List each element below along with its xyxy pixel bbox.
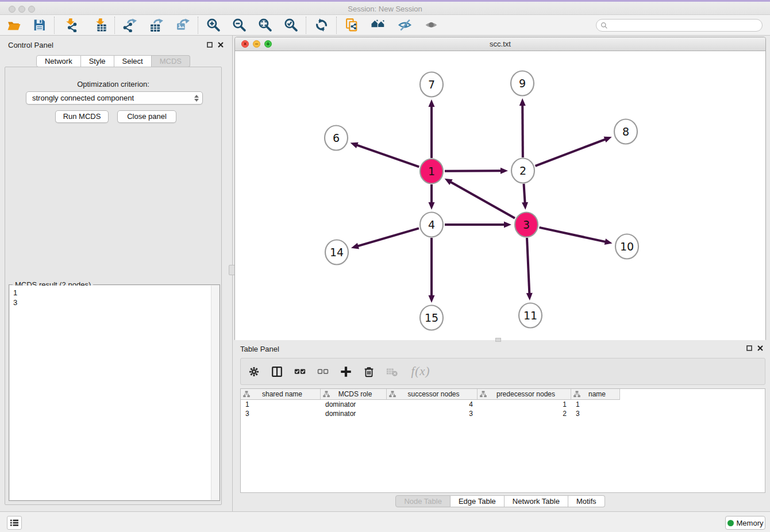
graph-node-3[interactable]: 3: [515, 213, 538, 237]
zoom-fit-icon[interactable]: [257, 18, 272, 33]
column-header-name[interactable]: name: [571, 389, 620, 400]
graph-node-11[interactable]: 11: [519, 303, 542, 328]
select-all-rows-icon[interactable]: [292, 364, 307, 379]
deselect-all-rows-icon[interactable]: [315, 364, 330, 379]
memory-label: Memory: [737, 519, 764, 527]
edge-3-1[interactable]: [450, 182, 515, 218]
mcds-result-box: MCDS result (2 nodes) 1 3: [9, 284, 220, 501]
open-session-icon[interactable]: [6, 18, 21, 33]
float-panel-icon[interactable]: [207, 42, 213, 48]
edge-2-9[interactable]: [522, 105, 523, 157]
edge-1-2[interactable]: [445, 171, 502, 171]
horizontal-splitter-handle[interactable]: [495, 338, 501, 342]
node-table: shared nameMCDS rolesuccessor nodesprede…: [240, 388, 765, 493]
cell-shared-name[interactable]: 3: [241, 409, 321, 418]
edge-arrow-icon: [604, 137, 612, 142]
export-table-icon[interactable]: [149, 18, 164, 33]
column-header-successor-nodes[interactable]: successor nodes: [387, 389, 478, 400]
run-mcds-button[interactable]: Run MCDS: [55, 110, 109, 123]
cell-shared-name[interactable]: 1: [241, 400, 321, 409]
delete-column-icon[interactable]: [361, 364, 376, 379]
cell-predecessor-nodes[interactable]: 2: [478, 409, 571, 418]
cell-name[interactable]: 3: [571, 409, 620, 418]
add-column-icon[interactable]: [338, 364, 353, 379]
task-history-button[interactable]: [7, 516, 22, 530]
table-row[interactable]: 1dominator411: [241, 400, 765, 409]
table-float-icon[interactable]: [746, 345, 752, 351]
cell-predecessor-nodes[interactable]: 1: [478, 400, 571, 409]
column-header-predecessor-nodes[interactable]: predecessor nodes: [478, 389, 571, 400]
export-image-icon[interactable]: [175, 18, 190, 33]
svg-text:4: 4: [428, 218, 435, 231]
tab-mcds[interactable]: MCDS: [152, 55, 190, 67]
function-builder-icon[interactable]: f(x): [407, 364, 434, 379]
table-close-icon[interactable]: [757, 345, 763, 351]
svg-text:1: 1: [428, 165, 435, 178]
cell-successor-nodes[interactable]: 4: [387, 400, 478, 409]
graph-node-8[interactable]: 8: [614, 119, 637, 144]
criterion-value: strongly connected component: [32, 94, 194, 102]
style-preview-icon[interactable]: [397, 18, 412, 33]
save-session-icon[interactable]: [32, 18, 47, 33]
network-window-titlebar[interactable]: × – + scc.txt: [235, 37, 765, 51]
table-tab-node-table[interactable]: Node Table: [395, 495, 451, 507]
graph-node-15[interactable]: 15: [420, 306, 443, 330]
export-network-icon[interactable]: [122, 18, 137, 33]
zoom-out-icon[interactable]: [232, 18, 247, 33]
graph-node-10[interactable]: 10: [615, 234, 638, 259]
cell-successor-nodes[interactable]: 3: [387, 409, 478, 418]
zoom-selected-icon[interactable]: [283, 18, 298, 33]
network-home-icon[interactable]: [371, 18, 386, 33]
edge-arrow-icon: [526, 293, 533, 300]
graph-node-9[interactable]: 9: [511, 71, 534, 96]
memory-button[interactable]: Memory: [725, 516, 765, 530]
cell-MCDS-role[interactable]: dominator: [321, 400, 387, 409]
import-network-icon[interactable]: [62, 18, 77, 33]
search-input[interactable]: [608, 21, 762, 29]
control-panel-title: Control Panel: [8, 41, 53, 49]
edge-arrow-icon: [429, 295, 435, 303]
cell-name[interactable]: 1: [571, 400, 620, 409]
table-row[interactable]: 3dominator323: [241, 409, 765, 418]
close-panel-icon[interactable]: [218, 42, 224, 48]
clone-network-icon[interactable]: [344, 18, 359, 33]
edge-3-11[interactable]: [527, 238, 529, 294]
cell-MCDS-role[interactable]: dominator: [321, 409, 387, 418]
graph-node-14[interactable]: 14: [325, 240, 348, 265]
split-column-icon[interactable]: [270, 364, 284, 379]
mcds-result-list[interactable]: 1 3: [10, 286, 219, 500]
edge-4-14[interactable]: [357, 228, 419, 246]
table-tab-edge-table[interactable]: Edge Table: [451, 495, 505, 507]
table-tab-motifs[interactable]: Motifs: [568, 495, 605, 507]
graph-node-1[interactable]: 1: [420, 159, 443, 184]
search-box[interactable]: [596, 19, 763, 32]
refresh-layout-icon[interactable]: [314, 18, 329, 33]
edge-2-3[interactable]: [523, 184, 525, 203]
list-icon: [10, 519, 19, 527]
edge-3-10[interactable]: [539, 228, 606, 242]
column-header-MCDS-role[interactable]: MCDS role: [321, 389, 387, 400]
table-tab-network-table[interactable]: Network Table: [505, 495, 568, 507]
tab-style[interactable]: Style: [81, 55, 114, 67]
tab-select[interactable]: Select: [114, 55, 152, 67]
edge-1-6[interactable]: [356, 145, 419, 167]
dropdown-arrows-icon: [194, 95, 199, 102]
result-scrollbar[interactable]: [211, 286, 219, 500]
edge-2-8[interactable]: [536, 139, 606, 166]
graph-node-7[interactable]: 7: [420, 72, 443, 97]
edge-arrow-icon: [351, 243, 359, 249]
toolbar-separator: [306, 17, 306, 34]
close-panel-button[interactable]: Close panel: [117, 110, 176, 123]
network-canvas[interactable]: 1234678910111415: [235, 51, 765, 340]
show-hide-graphics-icon[interactable]: [424, 18, 438, 33]
graph-node-6[interactable]: 6: [325, 126, 348, 151]
tab-network[interactable]: Network: [36, 55, 81, 67]
table-settings-icon[interactable]: [247, 364, 261, 379]
graph-node-4[interactable]: 4: [420, 213, 443, 237]
criterion-dropdown[interactable]: strongly connected component: [26, 91, 203, 105]
zoom-in-icon[interactable]: [206, 18, 221, 33]
graph-node-2[interactable]: 2: [511, 159, 534, 183]
import-table-icon[interactable]: [92, 18, 107, 33]
delete-table-icon[interactable]: [384, 364, 399, 379]
column-header-shared-name[interactable]: shared name: [241, 389, 321, 400]
